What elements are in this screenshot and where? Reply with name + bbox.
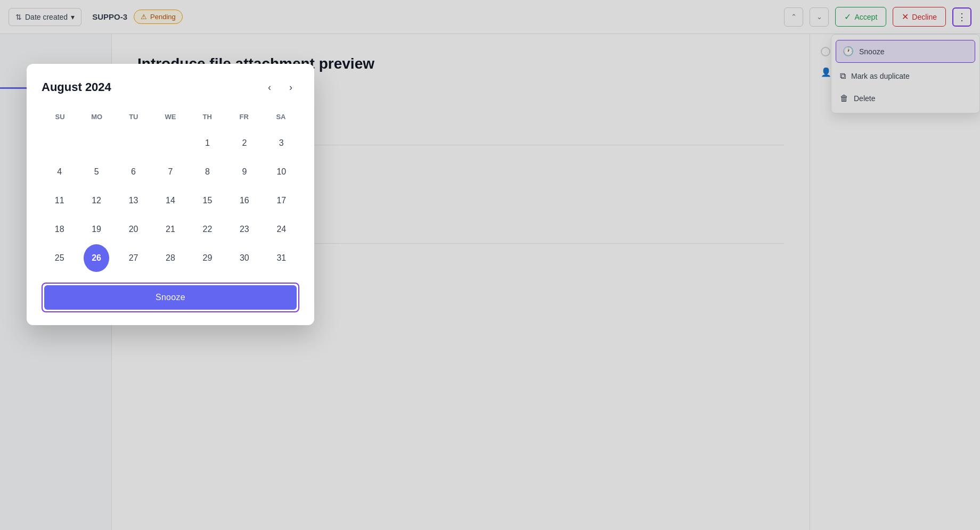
- calendar-overlay: August 2024 ‹ › SUMOTUWETHFRSA 123456789…: [0, 0, 980, 530]
- calendar-day-15[interactable]: 15: [194, 187, 220, 214]
- calendar-day-26[interactable]: 26: [84, 244, 109, 272]
- calendar-day-20[interactable]: 20: [121, 216, 146, 243]
- calendar-header: August 2024 ‹ ›: [42, 79, 299, 96]
- day-name-tu: TU: [115, 109, 152, 125]
- snooze-button-container: Snooze: [42, 283, 299, 312]
- calendar-day-31[interactable]: 31: [268, 244, 294, 272]
- calendar-day-18[interactable]: 18: [47, 216, 72, 243]
- calendar-days-header: SUMOTUWETHFRSA: [42, 109, 299, 125]
- day-name-fr: FR: [226, 109, 263, 125]
- calendar-day-25[interactable]: 25: [47, 244, 72, 272]
- calendar-day-10[interactable]: 10: [268, 158, 294, 186]
- calendar-day-16[interactable]: 16: [232, 187, 257, 214]
- day-name-su: SU: [42, 109, 78, 125]
- snooze-confirm-button[interactable]: Snooze: [44, 285, 297, 310]
- calendar-day-4[interactable]: 4: [47, 158, 72, 186]
- calendar-day-27[interactable]: 27: [121, 244, 146, 272]
- calendar-prev-button[interactable]: ‹: [261, 79, 278, 96]
- day-name-mo: MO: [78, 109, 115, 125]
- calendar-day-12[interactable]: 12: [84, 187, 109, 214]
- calendar-grid: SUMOTUWETHFRSA 1234567891011121314151617…: [42, 109, 299, 272]
- calendar-day-23[interactable]: 23: [232, 216, 257, 243]
- calendar-day-22[interactable]: 22: [194, 216, 220, 243]
- calendar-day-empty: [121, 129, 146, 157]
- calendar-day-1[interactable]: 1: [194, 129, 220, 157]
- calendar-day-30[interactable]: 30: [232, 244, 257, 272]
- calendar-navigation: ‹ ›: [261, 79, 299, 96]
- calendar-day-17[interactable]: 17: [268, 187, 294, 214]
- calendar-month-title: August 2024: [42, 80, 111, 94]
- calendar-day-19[interactable]: 19: [84, 216, 109, 243]
- calendar-day-11[interactable]: 11: [47, 187, 72, 214]
- day-name-th: TH: [189, 109, 226, 125]
- snooze-calendar-modal: August 2024 ‹ › SUMOTUWETHFRSA 123456789…: [27, 64, 314, 325]
- calendar-day-29[interactable]: 29: [194, 244, 220, 272]
- calendar-day-empty: [84, 129, 109, 157]
- calendar-day-6[interactable]: 6: [121, 158, 146, 186]
- calendar-day-9[interactable]: 9: [232, 158, 257, 186]
- calendar-day-13[interactable]: 13: [121, 187, 146, 214]
- calendar-day-empty: [158, 129, 183, 157]
- day-name-sa: SA: [263, 109, 299, 125]
- calendar-day-14[interactable]: 14: [158, 187, 183, 214]
- calendar-day-21[interactable]: 21: [158, 216, 183, 243]
- calendar-dates: 1234567891011121314151617181920212223242…: [42, 129, 299, 272]
- calendar-day-3[interactable]: 3: [268, 129, 294, 157]
- calendar-day-28[interactable]: 28: [158, 244, 183, 272]
- calendar-next-button[interactable]: ›: [282, 79, 299, 96]
- calendar-day-8[interactable]: 8: [194, 158, 220, 186]
- calendar-day-empty: [47, 129, 72, 157]
- day-name-we: WE: [152, 109, 189, 125]
- calendar-day-5[interactable]: 5: [84, 158, 109, 186]
- calendar-day-7[interactable]: 7: [158, 158, 183, 186]
- calendar-day-2[interactable]: 2: [232, 129, 257, 157]
- calendar-day-24[interactable]: 24: [268, 216, 294, 243]
